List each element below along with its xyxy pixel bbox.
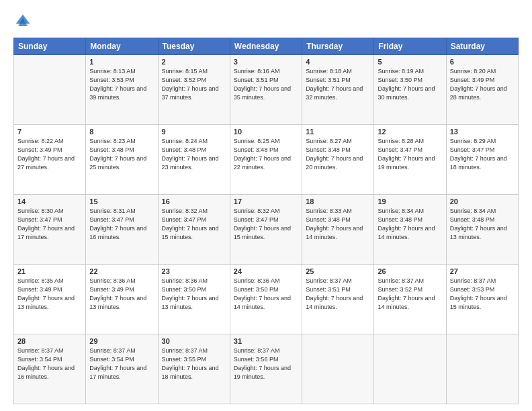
cell-info: Sunrise: 8:37 AM Sunset: 3:55 PM Dayligh… [162,347,226,381]
calendar-cell: 14Sunrise: 8:30 AM Sunset: 3:47 PM Dayli… [14,195,86,265]
header [13,12,519,31]
calendar-cell: 19Sunrise: 8:34 AM Sunset: 3:48 PM Dayli… [374,195,446,265]
day-number: 13 [450,128,515,136]
day-header-saturday: Saturday [446,38,518,55]
cell-info: Sunrise: 8:37 AM Sunset: 3:51 PM Dayligh… [306,277,370,312]
cell-info: Sunrise: 8:34 AM Sunset: 3:48 PM Dayligh… [378,207,442,242]
calendar-cell: 4Sunrise: 8:18 AM Sunset: 3:51 PM Daylig… [302,55,374,125]
calendar-cell [14,55,86,125]
cell-info: Sunrise: 8:32 AM Sunset: 3:47 PM Dayligh… [234,207,298,242]
cell-info: Sunrise: 8:36 AM Sunset: 3:50 PM Dayligh… [162,277,226,312]
week-row-2: 14Sunrise: 8:30 AM Sunset: 3:47 PM Dayli… [14,195,519,265]
cell-info: Sunrise: 8:36 AM Sunset: 3:49 PM Dayligh… [89,277,154,312]
calendar-cell: 18Sunrise: 8:33 AM Sunset: 3:48 PM Dayli… [302,195,374,265]
day-number: 17 [234,197,298,205]
day-header-wednesday: Wednesday [230,38,302,55]
calendar-cell: 31Sunrise: 8:37 AM Sunset: 3:56 PM Dayli… [230,334,302,404]
week-row-3: 21Sunrise: 8:35 AM Sunset: 3:49 PM Dayli… [14,265,519,334]
calendar-cell: 10Sunrise: 8:25 AM Sunset: 3:48 PM Dayli… [230,125,302,195]
calendar-cell [446,334,518,404]
calendar-cell: 17Sunrise: 8:32 AM Sunset: 3:47 PM Dayli… [230,195,302,265]
day-number: 3 [234,58,298,66]
day-number: 30 [162,337,226,345]
day-number: 23 [162,267,226,275]
page: SundayMondayTuesdayWednesdayThursdayFrid… [0,0,532,411]
week-row-0: 1Sunrise: 8:13 AM Sunset: 3:53 PM Daylig… [14,55,519,125]
calendar-cell: 5Sunrise: 8:19 AM Sunset: 3:50 PM Daylig… [374,55,446,125]
cell-info: Sunrise: 8:37 AM Sunset: 3:54 PM Dayligh… [17,347,82,381]
day-number: 26 [378,267,442,275]
day-number: 25 [306,267,370,275]
calendar-cell: 12Sunrise: 8:28 AM Sunset: 3:47 PM Dayli… [374,125,446,195]
calendar-cell: 22Sunrise: 8:36 AM Sunset: 3:49 PM Dayli… [86,265,158,334]
cell-info: Sunrise: 8:13 AM Sunset: 3:53 PM Dayligh… [89,67,154,102]
cell-info: Sunrise: 8:18 AM Sunset: 3:51 PM Dayligh… [306,67,370,102]
day-number: 5 [378,58,442,66]
logo [13,12,35,31]
calendar-cell: 28Sunrise: 8:37 AM Sunset: 3:54 PM Dayli… [14,334,86,404]
calendar-cell: 30Sunrise: 8:37 AM Sunset: 3:55 PM Dayli… [158,334,230,404]
calendar-cell [374,334,446,404]
calendar-cell: 26Sunrise: 8:37 AM Sunset: 3:52 PM Dayli… [374,265,446,334]
cell-info: Sunrise: 8:36 AM Sunset: 3:50 PM Dayligh… [234,277,298,312]
day-number: 27 [450,267,515,275]
day-header-monday: Monday [86,38,158,55]
calendar-header-row: SundayMondayTuesdayWednesdayThursdayFrid… [14,38,519,55]
cell-info: Sunrise: 8:30 AM Sunset: 3:47 PM Dayligh… [17,207,82,242]
cell-info: Sunrise: 8:37 AM Sunset: 3:54 PM Dayligh… [89,347,154,381]
calendar-cell: 3Sunrise: 8:16 AM Sunset: 3:51 PM Daylig… [230,55,302,125]
day-header-sunday: Sunday [14,38,86,55]
calendar-cell: 24Sunrise: 8:36 AM Sunset: 3:50 PM Dayli… [230,265,302,334]
day-number: 29 [89,337,154,345]
calendar-table: SundayMondayTuesdayWednesdayThursdayFrid… [13,38,519,404]
cell-info: Sunrise: 8:23 AM Sunset: 3:48 PM Dayligh… [89,137,154,172]
day-number: 31 [234,337,298,345]
cell-info: Sunrise: 8:31 AM Sunset: 3:47 PM Dayligh… [89,207,154,242]
calendar-cell: 21Sunrise: 8:35 AM Sunset: 3:49 PM Dayli… [14,265,86,334]
calendar-cell: 27Sunrise: 8:37 AM Sunset: 3:53 PM Dayli… [446,265,518,334]
calendar-cell: 23Sunrise: 8:36 AM Sunset: 3:50 PM Dayli… [158,265,230,334]
calendar-cell: 25Sunrise: 8:37 AM Sunset: 3:51 PM Dayli… [302,265,374,334]
calendar-cell: 29Sunrise: 8:37 AM Sunset: 3:54 PM Dayli… [86,334,158,404]
day-header-tuesday: Tuesday [158,38,230,55]
week-row-4: 28Sunrise: 8:37 AM Sunset: 3:54 PM Dayli… [14,334,519,404]
week-row-1: 7Sunrise: 8:22 AM Sunset: 3:49 PM Daylig… [14,125,519,195]
cell-info: Sunrise: 8:27 AM Sunset: 3:48 PM Dayligh… [306,137,370,172]
calendar-cell: 7Sunrise: 8:22 AM Sunset: 3:49 PM Daylig… [14,125,86,195]
day-number: 11 [306,128,370,136]
cell-info: Sunrise: 8:37 AM Sunset: 3:52 PM Dayligh… [378,277,442,312]
day-number: 7 [17,128,82,136]
calendar-cell [302,334,374,404]
day-number: 15 [89,197,154,205]
cell-info: Sunrise: 8:37 AM Sunset: 3:53 PM Dayligh… [450,277,515,312]
day-number: 19 [378,197,442,205]
day-header-friday: Friday [374,38,446,55]
day-number: 16 [162,197,226,205]
cell-info: Sunrise: 8:15 AM Sunset: 3:52 PM Dayligh… [162,67,226,102]
calendar-cell: 11Sunrise: 8:27 AM Sunset: 3:48 PM Dayli… [302,125,374,195]
day-header-thursday: Thursday [302,38,374,55]
calendar-cell: 2Sunrise: 8:15 AM Sunset: 3:52 PM Daylig… [158,55,230,125]
day-number: 14 [17,197,82,205]
calendar-cell: 16Sunrise: 8:32 AM Sunset: 3:47 PM Dayli… [158,195,230,265]
cell-info: Sunrise: 8:37 AM Sunset: 3:56 PM Dayligh… [234,347,298,381]
day-number: 4 [306,58,370,66]
cell-info: Sunrise: 8:24 AM Sunset: 3:48 PM Dayligh… [162,137,226,172]
calendar-cell: 9Sunrise: 8:24 AM Sunset: 3:48 PM Daylig… [158,125,230,195]
calendar-cell: 15Sunrise: 8:31 AM Sunset: 3:47 PM Dayli… [86,195,158,265]
day-number: 24 [234,267,298,275]
calendar-cell: 6Sunrise: 8:20 AM Sunset: 3:49 PM Daylig… [446,55,518,125]
cell-info: Sunrise: 8:35 AM Sunset: 3:49 PM Dayligh… [17,277,82,312]
day-number: 21 [17,267,82,275]
day-number: 1 [89,58,154,66]
cell-info: Sunrise: 8:28 AM Sunset: 3:47 PM Dayligh… [378,137,442,172]
day-number: 10 [234,128,298,136]
cell-info: Sunrise: 8:20 AM Sunset: 3:49 PM Dayligh… [450,67,515,102]
calendar-cell: 1Sunrise: 8:13 AM Sunset: 3:53 PM Daylig… [86,55,158,125]
cell-info: Sunrise: 8:32 AM Sunset: 3:47 PM Dayligh… [162,207,226,242]
day-number: 8 [89,128,154,136]
day-number: 28 [17,337,82,345]
day-number: 22 [89,267,154,275]
day-number: 12 [378,128,442,136]
cell-info: Sunrise: 8:33 AM Sunset: 3:48 PM Dayligh… [306,207,370,242]
